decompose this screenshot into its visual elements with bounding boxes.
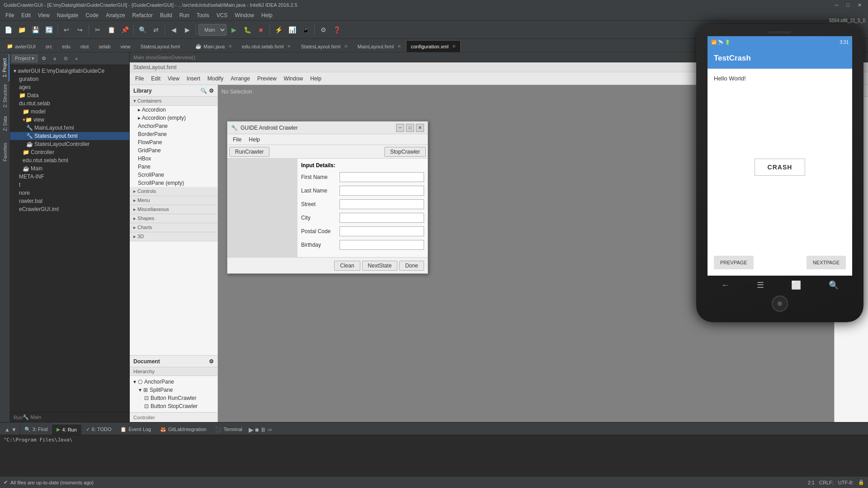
bottom-play-icon[interactable]: ▶ — [249, 426, 254, 433]
project-expand-btn[interactable]: + — [72, 54, 81, 63]
sidebar-structure[interactable]: 2: Structure — [0, 82, 9, 109]
tree-item-view[interactable]: ▾📁 view — [10, 116, 129, 124]
tab-config[interactable]: configuration.xml ✕ — [406, 40, 461, 52]
first-name-input[interactable] — [340, 172, 424, 182]
sb-hier-btn-stop[interactable]: ⊡ Button StopCrawler — [130, 402, 217, 410]
tree-item-meta[interactable]: META-INF — [10, 173, 129, 181]
debug-btn[interactable]: 🐛 — [241, 23, 254, 36]
sb-accordion[interactable]: ▸ Accordion — [130, 106, 217, 114]
sb-accordion-empty[interactable]: ▸ Accordion (empty) — [130, 114, 217, 122]
sb-menu-insert[interactable]: Insert — [183, 74, 204, 83]
open-btn[interactable]: 📁 — [15, 23, 28, 36]
menu-tools[interactable]: Tools — [193, 11, 213, 19]
sidebar-data[interactable]: Z: Data — [0, 110, 9, 137]
phone-prev-button[interactable]: PREVPAGE — [714, 256, 754, 269]
sb-menu-window[interactable]: Window — [280, 74, 307, 83]
tree-item-controller[interactable]: ☕ StatesLayoutController — [10, 140, 129, 148]
menu-run[interactable]: Run — [176, 11, 193, 19]
sb-pane[interactable]: Pane — [130, 163, 217, 171]
replace-btn[interactable]: ⇄ — [150, 23, 162, 36]
tree-item-main[interactable]: ☕ Main — [10, 164, 129, 173]
project-scroll-btn[interactable]: ⊙ — [61, 54, 70, 63]
guide-menu-file[interactable]: File — [229, 136, 245, 144]
bottom-tab-find[interactable]: 🔍 3: Find — [20, 424, 52, 435]
close-edu-fxml-icon[interactable]: ✕ — [287, 44, 291, 49]
postal-code-input[interactable] — [340, 226, 424, 236]
bottom-up-btn[interactable]: ▲ — [5, 427, 10, 433]
menu-edit[interactable]: Edit — [18, 11, 34, 19]
tree-item-t[interactable]: t — [10, 181, 129, 189]
tree-item-root[interactable]: ▾ awlerGUI E:\myData\gitlab\GuideCe — [10, 67, 129, 75]
tab-selab[interactable]: selab — [94, 40, 115, 52]
tab-edu-fxml[interactable]: edu.ntut.selab.fxml ✕ — [237, 40, 296, 52]
tab-ntut[interactable]: ntut — [75, 40, 94, 52]
street-input[interactable] — [340, 199, 424, 209]
bottom-tab-gitlab[interactable]: 🦊 GitLabIntegration — [156, 424, 211, 435]
menu-file[interactable]: File — [2, 11, 18, 19]
bottom-step-icon[interactable]: ⇨ — [268, 427, 272, 433]
last-name-input[interactable] — [340, 186, 424, 196]
tree-item-edu[interactable]: du.ntut.selab — [10, 99, 129, 108]
tab-states-fxml[interactable]: StatesLayout.fxml ✕ — [296, 40, 352, 52]
breadcrumb-run[interactable]: Run — [14, 415, 23, 420]
minimize-button[interactable]: ─ — [832, 2, 841, 8]
menu-vcs[interactable]: VCS — [213, 11, 231, 19]
new-file-btn[interactable]: 📄 — [2, 23, 14, 36]
tree-item-data[interactable]: 📁 Data — [10, 91, 129, 99]
tab-main-java[interactable]: ☕ Main.java ✕ — [190, 40, 237, 52]
sb-gridpane[interactable]: GridPane — [130, 146, 217, 155]
phone-back-nav-icon[interactable]: ← — [721, 281, 729, 290]
done-btn[interactable]: Done — [399, 261, 424, 271]
maximize-button[interactable]: □ — [844, 2, 852, 8]
sb-hier-anchorpane[interactable]: ▾ ⬡ AnchorPane — [130, 378, 217, 386]
phone-home-nav-icon[interactable]: ☰ — [757, 280, 764, 290]
android-btn[interactable]: 📱 — [299, 23, 312, 36]
sidebar-project[interactable]: 1: Project — [0, 54, 9, 81]
close-main-layout-icon[interactable]: ✕ — [397, 44, 401, 49]
tree-item-bat[interactable]: rawler.bat — [10, 197, 129, 205]
settings-btn[interactable]: ⚙ — [317, 23, 330, 36]
guide-minimize-btn[interactable]: ─ — [396, 124, 404, 132]
undo-btn[interactable]: ↩ — [60, 23, 73, 36]
profile-btn[interactable]: ⚡ — [272, 23, 285, 36]
menu-build[interactable]: Build — [156, 11, 176, 19]
run-crawler-btn[interactable]: RunCrawler — [229, 147, 269, 157]
phone-next-button[interactable]: NEXTPAGE — [807, 256, 846, 269]
phone-home-circle[interactable] — [772, 296, 788, 312]
sb-search-icon[interactable]: 🔍 — [200, 88, 207, 94]
tree-item-config[interactable]: guration — [10, 75, 129, 83]
close-main-java-icon[interactable]: ✕ — [228, 44, 232, 49]
back-btn[interactable]: ◀ — [167, 23, 180, 36]
stop-btn[interactable]: ■ — [255, 23, 267, 36]
bottom-tab-eventlog[interactable]: 📋 Event Log — [116, 424, 156, 435]
close-button[interactable]: ✕ — [855, 2, 864, 8]
close-states-fxml-icon[interactable]: ✕ — [344, 44, 348, 49]
guide-close-btn[interactable]: ✕ — [416, 124, 424, 132]
help-icon-btn[interactable]: ❓ — [330, 23, 343, 36]
sync-btn[interactable]: 🔄 — [42, 23, 55, 36]
run-config-select[interactable]: Main — [198, 24, 226, 36]
menu-refactor[interactable]: Refactor — [129, 11, 156, 19]
sb-hier-splitpane[interactable]: ▾ ⊞ SplitPane — [130, 386, 217, 394]
sb-menu-preview[interactable]: Preview — [254, 74, 280, 83]
sb-flowpane[interactable]: FlowPane — [130, 138, 217, 146]
tree-item-ctrl-folder[interactable]: 📁 Controller — [10, 148, 129, 156]
tab-edu[interactable]: edu — [57, 40, 75, 52]
sb-hier-btn-run[interactable]: ⊡ Button RunCrawler — [130, 394, 217, 402]
birthday-input[interactable] — [340, 240, 424, 250]
menu-analyze[interactable]: Analyze — [102, 11, 129, 19]
forward-btn[interactable]: ▶ — [181, 23, 193, 36]
bottom-tab-run[interactable]: ▶ 4: Run — [52, 424, 81, 435]
sb-menu-edit[interactable]: Edit — [147, 74, 164, 83]
menu-code[interactable]: Code — [82, 11, 102, 19]
sb-menu-arrange[interactable]: Arrange — [227, 74, 254, 83]
guide-menu-help[interactable]: Help — [245, 136, 264, 144]
bottom-pause-icon[interactable]: ⏸ — [260, 426, 266, 433]
tree-item-iml[interactable]: eCrawlerGUI.iml — [10, 205, 129, 213]
menu-view[interactable]: View — [34, 11, 53, 19]
cut-btn[interactable]: ✂ — [91, 23, 104, 36]
guide-maximize-btn[interactable]: □ — [406, 124, 414, 132]
redo-btn[interactable]: ↪ — [74, 23, 86, 36]
phone-crash-button[interactable]: CRASH — [755, 159, 806, 176]
tree-item-edu-fxml[interactable]: edu.ntut.selab.fxml — [10, 156, 129, 164]
